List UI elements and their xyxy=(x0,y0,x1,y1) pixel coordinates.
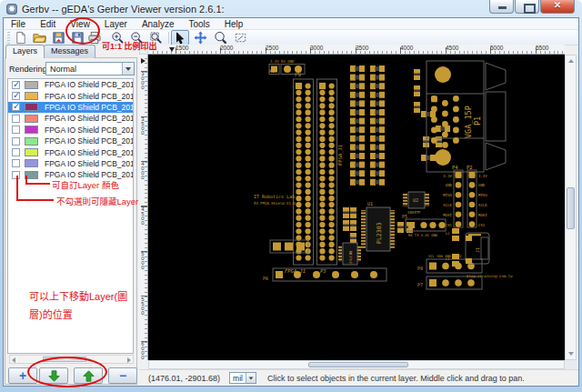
layer-name: FPGA IO Shield PCB_20160225- xyxy=(45,80,133,89)
layers-panel: Layers Messages Rendering: Normal FPGA I… xyxy=(4,45,139,386)
vertical-ruler: 3000 3500 4000 4500 5000 5500 6000 xyxy=(139,55,148,360)
rendering-select[interactable]: Normal xyxy=(45,62,135,75)
layer-visibility-checkbox[interactable] xyxy=(12,81,20,89)
tab-layers[interactable]: Layers xyxy=(5,45,45,58)
svg-text:SCLK: SCLK xyxy=(478,203,487,207)
scroll-down-arrow-icon[interactable] xyxy=(568,352,574,356)
svg-text:MISO: MISO xyxy=(478,193,487,197)
layer-color-swatch[interactable] xyxy=(25,137,38,146)
menu-tools[interactable]: Tools xyxy=(181,19,216,29)
layer-row[interactable]: FPGA IO Shield PCB_20160225- xyxy=(8,136,133,146)
silk-board-text: 5V FPGA Shield V1.0 xyxy=(254,201,296,206)
menu-help[interactable]: Help xyxy=(217,19,251,29)
ruler-position-marker xyxy=(141,58,146,64)
layer-visibility-checkbox[interactable] xyxy=(12,92,20,100)
revert-button[interactable] xyxy=(49,30,67,45)
scroll-right-arrow-icon[interactable] xyxy=(127,357,131,363)
menu-edit[interactable]: Edit xyxy=(33,19,63,29)
layer-visibility-checkbox[interactable] xyxy=(12,159,20,167)
rendering-dropdown-button[interactable] xyxy=(122,63,134,75)
measure-icon xyxy=(234,31,247,45)
menu-analyze[interactable]: Analyze xyxy=(135,19,182,29)
layer-color-swatch[interactable] xyxy=(25,103,38,111)
menu-layer[interactable]: Layer xyxy=(97,19,135,29)
ruler-label: 2000 xyxy=(220,45,233,51)
chevron-down-icon xyxy=(249,377,254,379)
tab-messages[interactable]: Messages xyxy=(44,45,95,58)
pointer-icon xyxy=(174,32,186,45)
layer-color-swatch[interactable] xyxy=(25,126,38,134)
layer-visibility-checkbox[interactable] xyxy=(12,103,20,111)
layer-row[interactable]: FPGA IO Shield PCB_20160225- xyxy=(8,79,133,90)
gerbv-window: Gerbv -- gEDA's Gerber Viewer version 2.… xyxy=(0,0,582,392)
menu-file[interactable]: File xyxy=(4,19,33,29)
svg-text:28S5TF: 28S5TF xyxy=(407,210,421,215)
ruler-label: 5500 xyxy=(140,297,146,315)
layer-color-swatch[interactable] xyxy=(25,92,38,100)
layer-row[interactable]: FPGA IO Shield PCB_20160225.r xyxy=(8,158,133,169)
canvas-vscrollbar[interactable] xyxy=(565,55,577,360)
svg-text:U2: U2 xyxy=(413,197,418,203)
color-annotation-note: 可自訂Layer 顏色 xyxy=(52,178,119,191)
svg-text:P5: P5 xyxy=(402,214,407,219)
move-buttons-annotation-circle xyxy=(27,357,107,387)
layer-color-swatch[interactable] xyxy=(25,81,38,89)
unit-select[interactable]: mil xyxy=(229,372,256,384)
ruler-label: 4000 xyxy=(400,45,413,51)
layer-color-swatch[interactable] xyxy=(25,159,38,167)
zoom-tool-icon xyxy=(214,31,227,45)
scrollbar-thumb[interactable] xyxy=(567,187,575,229)
unit-dropdown-button[interactable] xyxy=(246,373,256,383)
svg-text:3.3V 5V GND: 3.3V 5V GND xyxy=(270,59,295,64)
layer-visibility-checkbox[interactable] xyxy=(12,137,20,146)
close-button[interactable] xyxy=(540,0,575,14)
layer-color-swatch[interactable] xyxy=(25,148,38,156)
svg-text:RX TX 3.3V GND: RX TX 3.3V GND xyxy=(408,233,438,237)
ic-u2: U2 28S5TF xyxy=(403,192,429,215)
ruler-label: 5500 xyxy=(536,45,548,51)
svg-text:CS1: CS1 xyxy=(478,223,486,227)
svg-text:L2: L2 xyxy=(446,231,450,236)
ruler-label: 4000 xyxy=(140,161,146,179)
ruler-label: 1500 xyxy=(176,45,188,51)
remove-layer-button[interactable]: − xyxy=(108,367,137,384)
new-file-icon xyxy=(14,31,27,45)
layer-color-swatch[interactable] xyxy=(25,115,38,123)
svg-text:P2: P2 xyxy=(467,165,473,170)
scroll-left-arrow-icon[interactable] xyxy=(12,357,15,363)
new-button[interactable] xyxy=(11,30,29,45)
svg-text:CS1: CS1 xyxy=(446,223,453,227)
print-annotation-note: 可1:1 比例印出 xyxy=(102,40,157,52)
vga-connector-p1: VGA_15P P1 xyxy=(426,61,506,172)
scroll-up-arrow-icon[interactable] xyxy=(568,59,574,63)
spi-header-p4-p2: P4 P2 3.3V GND MISO SCLK MOSI CS1 xyxy=(443,165,487,227)
svg-text:MOSI: MOSI xyxy=(443,213,452,217)
svg-text:24LC08: 24LC08 xyxy=(348,250,353,264)
layer-row[interactable]: FPGA IO Shield PCB_20160225- xyxy=(8,113,133,124)
gerber-canvas[interactable]: P9 FPGA_J1 P3 FPGA_J1 K1 3.3V 5V GND xyxy=(148,55,565,360)
minimize-button[interactable] xyxy=(489,0,514,14)
layer-visibility-checkbox[interactable] xyxy=(12,126,20,134)
zoom-tool-button[interactable] xyxy=(211,30,229,45)
pointer-tool-button[interactable] xyxy=(171,30,189,45)
rendering-value: Normal xyxy=(50,65,76,74)
ruler-label: 2500 xyxy=(266,45,278,51)
svg-text:MISO: MISO xyxy=(443,193,452,197)
maximize-button[interactable] xyxy=(515,0,539,14)
layer-row[interactable]: FPGA IO Shield PCB_20160225- xyxy=(8,125,133,136)
measure-tool-button[interactable] xyxy=(231,30,249,45)
layer-row[interactable]: FPGA IO Shield PCB_20160225- xyxy=(8,146,133,157)
scrollbar-thumb[interactable] xyxy=(308,362,408,367)
canvas-hscrollbar[interactable] xyxy=(148,360,565,369)
revert-icon xyxy=(52,31,65,45)
toolbar-grip[interactable] xyxy=(7,32,10,44)
layer-visibility-checkbox[interactable] xyxy=(12,115,20,123)
silk-maker-text: IT Robotics Lab xyxy=(254,194,295,199)
open-button[interactable] xyxy=(30,30,48,45)
layer-row[interactable]: FPGA IO Shield PCB_20160225- xyxy=(8,102,133,113)
pan-tool-button[interactable] xyxy=(191,30,209,45)
layer-row[interactable]: FPGA IO Shield PCB_20160225- xyxy=(8,90,133,101)
layer-visibility-checkbox[interactable] xyxy=(12,148,20,156)
svg-text:P7: P7 xyxy=(417,282,423,287)
ruler-label: 3500 xyxy=(356,45,368,51)
